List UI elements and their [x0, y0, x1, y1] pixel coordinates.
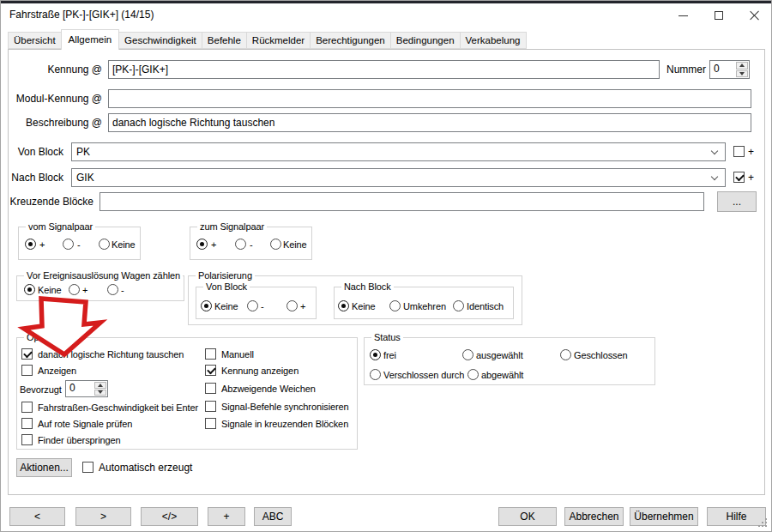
status-frei-label: frei	[383, 350, 396, 361]
tab-verkabelung[interactable]: Verkabelung	[460, 32, 527, 49]
manuell-label: Manuell	[221, 349, 254, 360]
minimize-button[interactable]	[665, 3, 701, 27]
nach-block-combobox[interactable]: GIK	[71, 168, 726, 187]
zum-signalpaar-plus-label: +	[211, 239, 216, 251]
spin-up-icon[interactable]	[736, 62, 748, 70]
vom-signalpaar-title: vom Signalpaar	[26, 221, 95, 233]
maximize-button[interactable]	[701, 3, 737, 27]
spin-up-icon[interactable]	[94, 382, 106, 389]
von-block-label: Von Block	[9, 146, 63, 159]
fahrstrassen-geschwindigkeit-checkbox[interactable]	[21, 402, 33, 413]
nach-block-plus-checkbox[interactable]	[733, 172, 745, 183]
nav-abc-button[interactable]: ABC	[254, 507, 292, 526]
anzeigen-checkbox[interactable]	[21, 365, 33, 376]
tab-berechtigungen[interactable]: Berechtigungen	[310, 32, 391, 49]
status-ausgewaehlt-label: ausgewählt	[476, 350, 523, 361]
tab-uebersicht[interactable]: Übersicht	[8, 32, 62, 49]
dialog-window: Fahrstraße [PK-]-[GIK+] (14/15) Übersich…	[0, 0, 772, 532]
status-abgewaehlt-radio[interactable]	[467, 369, 479, 380]
pol-von-minus-radio[interactable]	[247, 300, 258, 311]
signale-kreuzende-bloecke-checkbox[interactable]	[205, 418, 216, 429]
signal-befehle-sync-label: Signal-Befehle synchronisieren	[221, 402, 349, 413]
status-abgewaehlt-label: abgewählt	[481, 370, 523, 381]
status-frei-radio[interactable]	[370, 349, 381, 360]
nav-prev-button[interactable]: <	[9, 507, 65, 526]
auf-rote-signale-checkbox[interactable]	[21, 418, 33, 429]
finder-ueberspringen-label: Finder überspringen	[38, 435, 121, 446]
status-ausgewaehlt-radio[interactable]	[462, 349, 473, 360]
vom-signalpaar-minus-label: -	[77, 239, 81, 251]
bevorzugt-spinner[interactable]: 0	[65, 380, 108, 397]
status-title: Status	[371, 332, 403, 343]
optionen-title: Optionen	[24, 332, 67, 343]
vom-signalpaar-plus-radio[interactable]	[25, 239, 36, 250]
kennung-input[interactable]	[108, 60, 660, 79]
pol-von-plus-radio[interactable]	[286, 300, 298, 311]
wagen-zaehlen-keine-label: Keine	[38, 285, 62, 296]
pol-nach-identisch-radio[interactable]	[453, 300, 464, 311]
anzeigen-label: Anzeigen	[38, 366, 76, 377]
status-verschlossen-radio[interactable]	[370, 369, 381, 380]
tab-rueckmelder[interactable]: Rückmelder	[246, 32, 311, 49]
tab-geschwindigkeit[interactable]: Geschwindigkeit	[118, 32, 202, 49]
polarisierung-title: Polarisierung	[196, 270, 255, 281]
close-icon	[750, 10, 760, 21]
nav-next-button[interactable]: >	[75, 507, 131, 526]
kennung-anzeigen-checkbox[interactable]	[205, 365, 216, 376]
bevorzugt-label: Bevorzugt	[20, 384, 62, 396]
resize-grip-icon[interactable]	[758, 518, 769, 529]
tab-bar: Übersicht Allgemein Geschwindigkeit Befe…	[8, 29, 527, 50]
danach-richtung-tauschen-checkbox[interactable]	[21, 348, 33, 360]
uebernehmen-button[interactable]: Übernehmen	[630, 507, 698, 526]
tab-befehle[interactable]: Befehle	[202, 32, 247, 49]
nummer-spinner[interactable]: 0	[709, 60, 750, 79]
chevron-down-icon	[711, 148, 718, 154]
zum-signalpaar-minus-radio[interactable]	[235, 239, 246, 250]
status-geschlossen-radio[interactable]	[560, 349, 571, 360]
kreuzende-bloecke-input[interactable]	[100, 192, 704, 211]
beschreibung-input[interactable]	[108, 113, 751, 132]
zum-signalpaar-keine-radio[interactable]	[270, 239, 281, 250]
vom-signalpaar-minus-radio[interactable]	[63, 239, 74, 250]
abbrechen-button[interactable]: Abbrechen	[564, 507, 624, 526]
kreuzende-bloecke-more-button[interactable]: ...	[717, 191, 757, 212]
abzweigende-weichen-checkbox[interactable]	[205, 383, 216, 394]
finder-ueberspringen-checkbox[interactable]	[21, 434, 33, 445]
pol-von-keine-radio[interactable]	[201, 300, 212, 311]
pol-nach-umkehren-radio[interactable]	[389, 300, 401, 311]
von-block-plus-checkbox[interactable]	[733, 146, 745, 157]
close-button[interactable]	[737, 3, 772, 27]
signal-befehle-sync-checkbox[interactable]	[205, 401, 216, 412]
spin-down-icon[interactable]	[736, 70, 748, 78]
abzweigende-weichen-label: Abzweigende Weichen	[221, 384, 316, 395]
zum-signalpaar-plus-radio[interactable]	[196, 239, 208, 250]
nav-add-button[interactable]: +	[208, 507, 245, 526]
ok-button[interactable]: OK	[498, 507, 557, 526]
window-top-edge	[1, 1, 771, 3]
hilfe-button[interactable]: Hilfe	[707, 507, 766, 526]
aktionen-button[interactable]: Aktionen...	[16, 458, 72, 477]
modul-kennung-label: Modul-Kennung @	[9, 93, 102, 106]
pol-nach-identisch-label: Identisch	[467, 301, 504, 312]
wagen-zaehlen-plus-radio[interactable]	[69, 284, 80, 295]
automatisch-erzeugt-checkbox[interactable]	[82, 462, 93, 473]
tab-allgemein[interactable]: Allgemein	[61, 29, 120, 50]
wagen-zaehlen-minus-label: -	[121, 285, 124, 296]
von-block-combobox[interactable]: PK	[71, 142, 726, 161]
modul-kennung-input[interactable]	[108, 89, 751, 108]
pol-von-minus-label: -	[261, 301, 264, 312]
nav-code-button[interactable]: </>	[141, 507, 198, 526]
signale-kreuzende-bloecke-label: Signale in kreuzenden Blöcken	[221, 419, 348, 430]
kennung-anzeigen-label: Kennung anzeigen	[221, 366, 299, 377]
tab-bedingungen[interactable]: Bedingungen	[390, 32, 461, 49]
vom-signalpaar-keine-radio[interactable]	[99, 239, 110, 250]
wagen-zaehlen-keine-radio[interactable]	[24, 284, 35, 295]
maximize-icon	[715, 11, 723, 20]
pol-nach-keine-radio[interactable]	[338, 300, 349, 311]
status-verschlossen-label: Verschlossen durch	[383, 370, 464, 381]
nummer-label: Nummer	[658, 63, 706, 76]
pol-von-plus-label: +	[300, 301, 305, 312]
wagen-zaehlen-minus-radio[interactable]	[107, 284, 118, 295]
spin-down-icon[interactable]	[94, 390, 106, 396]
manuell-checkbox[interactable]	[205, 348, 216, 360]
